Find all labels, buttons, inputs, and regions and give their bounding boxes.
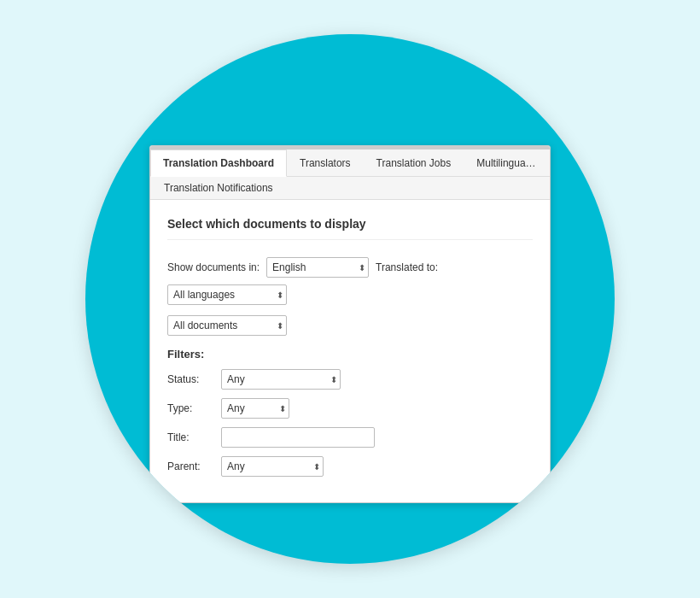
translated-to-label: Translated to:	[376, 261, 438, 273]
status-label: Status:	[167, 373, 214, 385]
section-title: Select which documents to display	[167, 217, 533, 240]
tab-translation-dashboard[interactable]: Translation Dashboard	[150, 150, 287, 177]
tabs-row1: Translation Dashboard Translators Transl…	[150, 150, 550, 177]
tab-translation-notifications[interactable]: Translation Notifications	[152, 177, 285, 199]
status-select-wrapper: Any Translated Not translated	[221, 369, 341, 390]
doc-type-select-wrapper: All documents Pages Posts	[167, 315, 287, 336]
tab-multilingual[interactable]: Multilingua…	[464, 150, 548, 176]
tab-translators[interactable]: Translators	[287, 150, 364, 176]
show-documents-select[interactable]: English French Spanish German	[266, 257, 369, 278]
parent-select[interactable]: Any Home About	[221, 456, 324, 477]
translated-to-select-wrapper: All languages French Spanish	[167, 284, 287, 305]
tab-translation-jobs[interactable]: Translation Jobs	[364, 150, 464, 176]
title-input[interactable]	[221, 427, 375, 448]
show-documents-row: Show documents in: English French Spanis…	[167, 257, 533, 305]
show-documents-select-wrapper: English French Spanish German	[266, 257, 369, 278]
parent-row: Parent: Any Home About	[167, 456, 533, 477]
type-select-wrapper: Any Page Post	[221, 398, 289, 419]
ui-panel: Translation Dashboard Translators Transl…	[149, 145, 551, 503]
filters-label: Filters:	[167, 348, 533, 361]
status-row: Status: Any Translated Not translated	[167, 369, 533, 390]
filters-section: Filters: Status: Any Translated Not tran…	[167, 348, 533, 477]
type-row: Type: Any Page Post	[167, 398, 533, 419]
parent-label: Parent:	[167, 460, 214, 472]
circle-background: Translation Dashboard Translators Transl…	[85, 34, 615, 564]
title-label: Title:	[167, 431, 214, 443]
show-documents-label: Show documents in:	[167, 261, 260, 273]
doc-type-select[interactable]: All documents Pages Posts	[167, 315, 287, 336]
doc-type-row: All documents Pages Posts	[167, 315, 533, 336]
status-select[interactable]: Any Translated Not translated	[221, 369, 341, 390]
type-label: Type:	[167, 402, 214, 414]
translated-to-select[interactable]: All languages French Spanish	[167, 284, 287, 305]
title-row: Title:	[167, 427, 533, 448]
tabs-row2: Translation Notifications	[150, 177, 550, 200]
parent-select-wrapper: Any Home About	[221, 456, 324, 477]
type-select[interactable]: Any Page Post	[221, 398, 289, 419]
content-area: Select which documents to display Show d…	[150, 200, 550, 502]
